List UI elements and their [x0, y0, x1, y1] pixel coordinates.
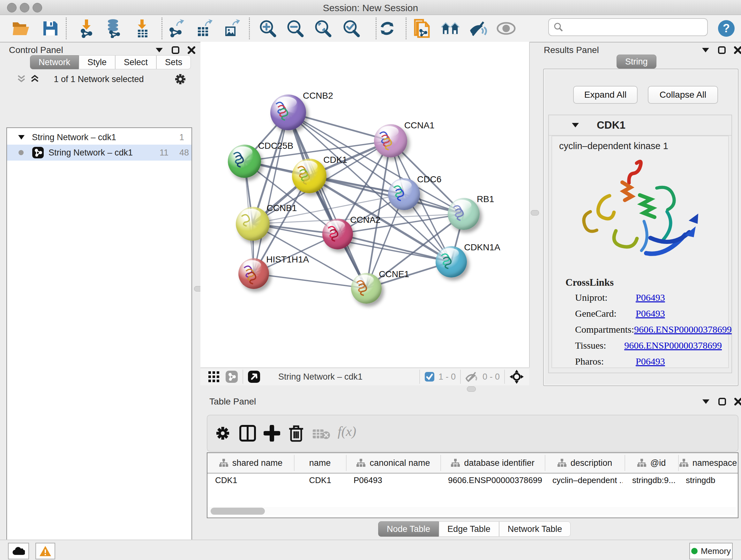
- network-node-ccne1[interactable]: [351, 273, 382, 304]
- hide-selected-eye-icon[interactable]: [469, 19, 488, 38]
- crosslink-link[interactable]: P06493: [636, 356, 665, 367]
- table-cell[interactable]: 9606.ENSP00000378699: [448, 476, 542, 485]
- network-node-cdkn1a[interactable]: [435, 246, 467, 277]
- column-divider[interactable]: [294, 455, 294, 471]
- panel-float-icon[interactable]: [718, 398, 726, 406]
- results-content: Expand All Collapse All CDK1 cyclin–depe…: [543, 69, 738, 386]
- column-divider[interactable]: [346, 455, 347, 471]
- export-network-button[interactable]: [166, 19, 185, 38]
- network-row-selected[interactable]: String Network – cdk1 11 48: [7, 145, 192, 161]
- network-collection-row[interactable]: String Network – cdk1 1: [7, 130, 192, 145]
- zoom-fit-button[interactable]: [314, 19, 333, 38]
- selected-checkbox-icon[interactable]: [424, 372, 434, 382]
- scrollbar-thumb[interactable]: [211, 508, 265, 515]
- tree-expand-icon[interactable]: [18, 135, 25, 140]
- network-node-cdc25b[interactable]: [228, 145, 261, 178]
- birdseye-navigator-icon[interactable]: [509, 369, 524, 384]
- add-column-icon[interactable]: [264, 425, 280, 442]
- search-input[interactable]: [566, 20, 701, 34]
- column-header-sharedname[interactable]: shared name: [207, 453, 294, 474]
- crosslink-link[interactable]: 9606.ENSP00000378699: [624, 340, 722, 351]
- refresh-button[interactable]: [378, 19, 397, 38]
- table-options-gear-icon[interactable]: [215, 426, 230, 441]
- column-header-databaseidentifier[interactable]: database identifier: [441, 453, 545, 474]
- network-node-cdc6[interactable]: [388, 178, 420, 210]
- panel-menu-icon[interactable]: [701, 47, 710, 53]
- grid-view-icon[interactable]: [208, 371, 219, 382]
- tab-sets[interactable]: Sets: [156, 55, 191, 69]
- string-view-icon[interactable]: [225, 370, 238, 383]
- table-cell[interactable]: CDK1: [309, 476, 331, 485]
- crosslink-label: Compartments:: [575, 324, 634, 335]
- open-session-button[interactable]: [11, 19, 30, 38]
- hidden-eye-slash-icon[interactable]: [465, 371, 479, 382]
- import-database-button[interactable]: [104, 19, 123, 38]
- column-divider[interactable]: [441, 455, 441, 471]
- expand-all-button[interactable]: Expand All: [573, 86, 637, 104]
- crosslink-link[interactable]: P06493: [636, 308, 665, 319]
- network-options-gear-icon[interactable]: [174, 73, 186, 85]
- save-session-button[interactable]: [41, 19, 60, 38]
- gene-collapse-icon[interactable]: [571, 122, 580, 128]
- table-cell[interactable]: CDK1: [215, 476, 237, 485]
- zoom-out-button[interactable]: [286, 19, 305, 38]
- warning-button[interactable]: [36, 543, 55, 559]
- tab-edge-table[interactable]: Edge Table: [439, 521, 499, 537]
- export-image-button[interactable]: [221, 19, 241, 38]
- network-node-cdk1[interactable]: [292, 159, 327, 193]
- table-cell[interactable]: cyclin–dependent ...: [552, 476, 623, 485]
- network-node-rb1[interactable]: [448, 198, 480, 230]
- panel-menu-icon[interactable]: [155, 47, 163, 53]
- column-divider[interactable]: [545, 455, 545, 471]
- import-table-button[interactable]: [133, 19, 152, 38]
- share-document-button[interactable]: [412, 19, 431, 38]
- zoom-selected-button[interactable]: [342, 19, 361, 38]
- tab-network-table[interactable]: Network Table: [499, 521, 571, 537]
- column-header-name[interactable]: name: [294, 453, 346, 474]
- table-cell[interactable]: stringdb: [686, 476, 716, 485]
- table-horizontal-scrollbar[interactable]: [207, 507, 736, 515]
- export-table-button[interactable]: [194, 19, 213, 38]
- show-columns-icon[interactable]: [239, 425, 256, 442]
- node-label-cdc25b: CDC25B: [258, 141, 293, 151]
- panel-menu-icon[interactable]: [702, 399, 710, 405]
- tab-network[interactable]: Network: [30, 55, 79, 69]
- network-view[interactable]: CCNB2CCNA1CDC25BCDK1CDC6RB1CCNB1CCNA2CDK…: [200, 42, 530, 368]
- network-node-ccna1[interactable]: [374, 124, 407, 158]
- tab-string-results[interactable]: String: [616, 55, 657, 69]
- table-cell[interactable]: P06493: [354, 476, 382, 485]
- tab-node-table[interactable]: Node Table: [378, 521, 439, 537]
- column-divider[interactable]: [678, 455, 679, 471]
- panel-close-icon[interactable]: [734, 46, 741, 54]
- collapse-all-button[interactable]: Collapse All: [648, 86, 718, 104]
- column-header-canonicalname[interactable]: canonical name: [346, 453, 441, 474]
- zoom-in-button[interactable]: [259, 19, 278, 38]
- network-node-hist1h1a[interactable]: [239, 258, 269, 289]
- network-node-ccna2[interactable]: [322, 219, 353, 249]
- panel-float-icon[interactable]: [718, 46, 726, 54]
- network-node-ccnb2[interactable]: [270, 95, 306, 130]
- open-in-window-icon[interactable]: [248, 370, 260, 383]
- column-header-namespace[interactable]: namespace: [678, 453, 738, 474]
- delete-column-icon[interactable]: [288, 424, 305, 442]
- cloud-button[interactable]: [8, 543, 29, 559]
- column-header-id[interactable]: @id: [624, 453, 678, 474]
- import-network-button[interactable]: [77, 19, 96, 38]
- network-node-ccnb1[interactable]: [236, 207, 270, 241]
- panel-close-icon[interactable]: [734, 398, 741, 406]
- panel-float-icon[interactable]: [172, 46, 179, 54]
- help-button[interactable]: ?: [717, 19, 736, 38]
- table-cell[interactable]: stringdb:9...: [632, 476, 676, 485]
- tab-style[interactable]: Style: [79, 55, 115, 69]
- crosslink-link[interactable]: P06493: [636, 292, 665, 303]
- column-divider[interactable]: [624, 455, 625, 471]
- show-eye-icon[interactable]: [496, 19, 516, 38]
- bottom-splitter-handle[interactable]: [467, 386, 476, 392]
- home-button[interactable]: [441, 19, 460, 38]
- search-box[interactable]: [548, 18, 708, 36]
- memory-button[interactable]: Memory: [689, 543, 733, 559]
- tab-select[interactable]: Select: [115, 55, 156, 69]
- panel-close-icon[interactable]: [188, 46, 195, 54]
- crosslink-link[interactable]: 9606.ENSP00000378699: [634, 324, 732, 335]
- column-header-description[interactable]: description: [545, 453, 624, 474]
